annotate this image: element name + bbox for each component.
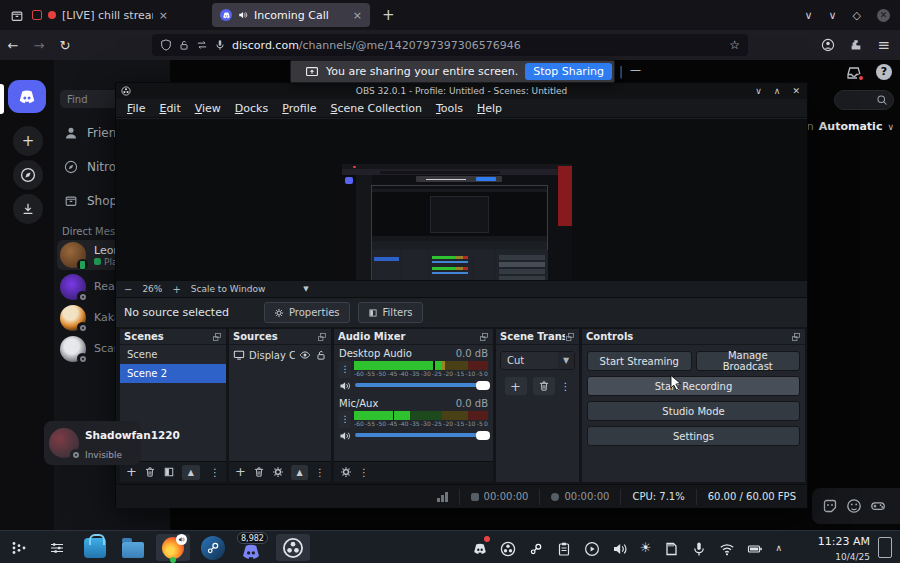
menu-edit[interactable]: Edit	[152, 102, 187, 115]
reload-button[interactable]: ↻	[52, 38, 78, 53]
remove-transition-button[interactable]	[533, 377, 555, 395]
obs-task-button[interactable]	[276, 534, 310, 561]
tray-obs-icon[interactable]	[500, 538, 516, 557]
obs-minimize-icon[interactable]: ∨	[755, 86, 762, 96]
emoji-icon[interactable]	[846, 498, 862, 514]
menu-profile[interactable]: Profile	[275, 102, 323, 115]
banner-minimize-icon[interactable]: —	[630, 63, 641, 76]
menu-hamburger-icon[interactable]: ≡	[877, 36, 890, 54]
scene-filters-button[interactable]	[163, 466, 175, 478]
popout-icon[interactable]	[565, 332, 575, 342]
url-bar[interactable]: discord.com/channels/@me/142079739730657…	[152, 34, 748, 56]
obs-title-bar[interactable]: OBS 32.0.1 - Profile: Untitled - Scenes:…	[116, 83, 807, 99]
close-tab-icon[interactable]: ×	[353, 9, 362, 22]
taskbar-clock[interactable]: 11:23 AM 10/4/25	[818, 533, 870, 563]
zoom-out-button[interactable]: −	[124, 284, 132, 295]
stop-sharing-button[interactable]: Stop Sharing	[525, 63, 612, 80]
tray-clipboard-icon[interactable]	[556, 538, 572, 557]
slider-handle[interactable]	[476, 431, 490, 440]
manage-broadcast-button[interactable]: Manage Broadcast	[696, 351, 801, 371]
mic-permission-icon[interactable]	[214, 39, 226, 51]
scene-item[interactable]: Scene	[120, 345, 226, 364]
download-apps-button[interactable]	[13, 194, 43, 224]
system-settings-button[interactable]	[42, 534, 72, 561]
lock-icon[interactable]	[315, 349, 327, 361]
menu-file[interactable]: File	[120, 102, 152, 115]
start-streaming-button[interactable]: Start Streaming	[587, 351, 692, 371]
mute-speaker-icon[interactable]	[339, 376, 351, 395]
scale-dropdown-arrow-icon[interactable]: ▼	[303, 285, 308, 293]
sticker-icon[interactable]	[822, 498, 838, 514]
maximize-window-icon[interactable]: ◇	[853, 9, 861, 22]
discover-store-button[interactable]	[80, 534, 110, 561]
advanced-audio-icon[interactable]	[340, 466, 352, 478]
discord-search-input[interactable]	[834, 90, 894, 110]
inbox-icon[interactable]	[846, 62, 862, 81]
extensions-icon[interactable]	[849, 38, 863, 52]
discord-user-panel[interactable]: Shadowfan1220Invisible	[44, 421, 141, 465]
account-icon[interactable]	[821, 38, 835, 52]
tray-volume-icon[interactable]	[612, 538, 628, 557]
zoom-in-button[interactable]: +	[172, 284, 180, 295]
lock-icon[interactable]	[178, 39, 190, 51]
tray-steam-icon[interactable]	[528, 538, 544, 557]
slider-handle[interactable]	[476, 381, 490, 390]
menu-view[interactable]: View	[188, 102, 228, 115]
close-tab-icon[interactable]: ×	[159, 9, 168, 22]
steam-task-button[interactable]	[198, 534, 228, 561]
remove-scene-button[interactable]	[144, 466, 156, 478]
close-window-icon[interactable]: ✕	[877, 9, 890, 22]
filters-button[interactable]: Filters	[358, 302, 423, 323]
browser-tab-incoming-call[interactable]: Incoming Call ×	[212, 3, 370, 27]
gamepad-icon[interactable]	[870, 498, 886, 514]
tray-media-player-icon[interactable]	[584, 538, 600, 557]
tray-expand-icon[interactable]: ∧	[775, 543, 782, 553]
popout-icon[interactable]	[791, 332, 801, 342]
menu-scene-collection[interactable]: Scene Collection	[323, 102, 428, 115]
bookmark-star-icon[interactable]: ☆	[729, 38, 740, 52]
menu-docks[interactable]: Docks	[228, 102, 275, 115]
tray-battery-icon[interactable]	[747, 538, 763, 557]
obs-maximize-icon[interactable]: ∧	[774, 86, 781, 96]
browser-tab-live-stream[interactable]: [LIVE] chill stream ×	[24, 0, 176, 30]
list-tabs-icon[interactable]: ∨	[804, 9, 812, 22]
scene-item[interactable]: Scene 2	[120, 364, 226, 383]
mute-speaker-icon[interactable]	[339, 426, 351, 445]
new-tab-button[interactable]: +	[382, 6, 395, 24]
add-source-button[interactable]: +	[235, 467, 246, 477]
add-transition-button[interactable]: +	[505, 377, 527, 395]
back-button[interactable]: ←	[0, 38, 26, 53]
tray-wifi-icon[interactable]	[719, 538, 735, 557]
firefox-view-icon[interactable]	[10, 6, 24, 25]
tray-discord-icon[interactable]	[472, 538, 488, 557]
tray-microphone-icon[interactable]	[691, 538, 707, 557]
transition-dropdown[interactable]: Cut▼	[500, 351, 575, 370]
source-item-display-capture[interactable]: Display Ca	[229, 345, 331, 365]
popout-icon[interactable]	[317, 332, 327, 342]
mixer-menu-icon[interactable]: ⋮	[359, 467, 369, 478]
obs-preview-canvas[interactable]	[116, 119, 807, 280]
properties-button[interactable]: Properties	[264, 302, 350, 323]
show-desktop-button[interactable]	[878, 537, 892, 558]
popout-icon[interactable]	[212, 332, 222, 342]
start-recording-button[interactable]: Start Recording	[587, 376, 800, 396]
volume-slider[interactable]	[355, 433, 488, 437]
file-manager-button[interactable]	[118, 534, 148, 561]
remove-source-button[interactable]	[253, 466, 265, 478]
studio-mode-button[interactable]: Studio Mode	[587, 401, 800, 421]
visibility-eye-icon[interactable]	[299, 349, 311, 361]
source-properties-button[interactable]	[272, 466, 284, 478]
app-launcher-button[interactable]	[4, 534, 34, 561]
scenes-menu-icon[interactable]: ⋮	[210, 467, 220, 478]
add-scene-button[interactable]: +	[126, 467, 137, 477]
move-scene-up-button[interactable]: ▲	[182, 465, 200, 480]
firefox-task-button[interactable]	[156, 534, 190, 561]
forward-button[interactable]: →	[26, 38, 52, 53]
tray-brightness-icon[interactable]: ☀	[640, 540, 652, 555]
move-source-up-button[interactable]: ▲	[291, 465, 308, 480]
help-icon[interactable]: ?	[876, 64, 892, 80]
permissions-swap-icon[interactable]	[196, 39, 208, 51]
explore-servers-button[interactable]	[13, 160, 43, 190]
menu-tools[interactable]: Tools	[429, 102, 470, 115]
discord-home-button[interactable]	[8, 80, 46, 113]
